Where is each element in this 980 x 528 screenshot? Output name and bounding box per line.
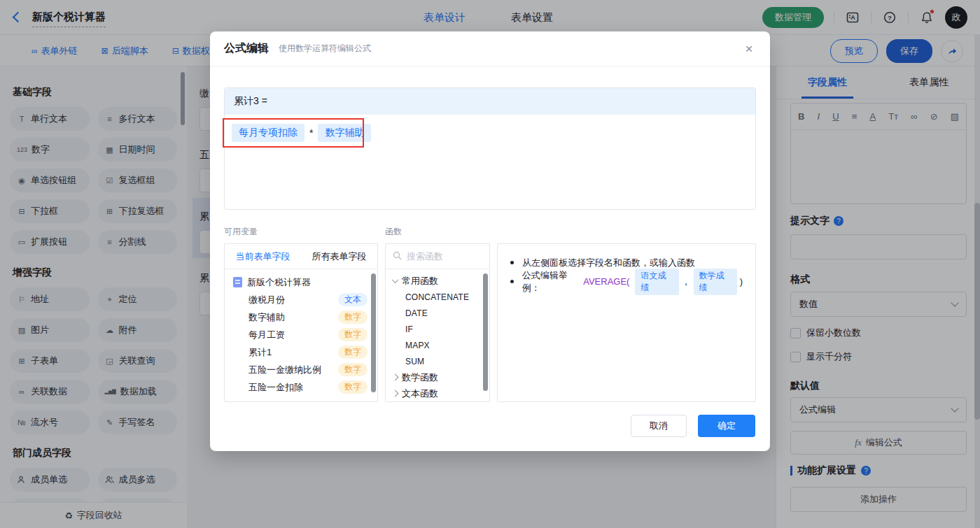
variable-row[interactable]: 每月工资数字 [225,326,377,343]
type-badge: 数字 [338,328,368,341]
app-screen: 新版个税计算器 表单设计 表单设置 数据管理 A ? 政 ∞表单外链 ⊠后端脚本 [0,0,980,528]
type-badge: 数字 [338,363,368,376]
operator: * [309,127,313,138]
cancel-button[interactable]: 取消 [631,415,687,437]
search-icon [393,250,402,263]
function-item[interactable]: SUM [386,353,489,369]
variables-panel: 当前表单字段 所有表单字段 新版个税计算器 缴税月份文本 数字辅助数字 每月工资… [224,243,378,402]
function-search[interactable] [386,244,489,269]
formula-expression[interactable]: 每月专项扣除 * 数字辅助 [225,115,755,151]
tab-all-form-fields[interactable]: 所有表单字段 [301,244,377,269]
formula-editor[interactable]: 累计3 = 每月专项扣除 * 数字辅助 [224,87,756,210]
variables-label: 可用变量 [224,226,258,238]
functions-panel: 常用函数 CONCATENATE DATE IF MAPX SUM 数学函数 文… [385,243,490,402]
caret-down-icon [392,276,399,283]
functions-scrollbar[interactable] [483,273,488,391]
type-badge: 数字 [338,380,368,394]
form-doc-icon [233,277,242,287]
dialog-header: 公式编辑 使用数学运算符编辑公式 [210,31,770,66]
function-item[interactable]: CONCATENATE [386,289,489,305]
formula-target: 累计3 = [225,88,755,115]
functions-label: 函数 [385,226,402,238]
type-badge: 数字 [338,311,368,324]
function-group-text[interactable]: 文本函数 [386,385,489,401]
function-item[interactable]: IF [386,321,489,337]
example-field-chip: 语文成绩 [635,269,678,295]
dialog-subtitle: 使用数学运算符编辑公式 [279,43,371,55]
caret-right-icon [392,390,399,397]
caret-right-icon [392,374,399,381]
variable-row[interactable]: 五险一金扣除数字 [225,378,377,396]
function-group-math[interactable]: 数学函数 [386,369,489,385]
field-chip[interactable]: 每月专项扣除 [232,124,304,142]
variable-row[interactable]: 数字辅助数字 [225,308,377,326]
hint-line-2: 公式编辑举例： AVERAGE( 语文成绩 ， 数学成绩 ) [510,272,743,291]
close-icon[interactable]: × [741,41,757,57]
example-field-chip: 数学成绩 [694,269,737,295]
variable-tree-root[interactable]: 新版个税计算器 [225,273,377,291]
confirm-button[interactable]: 确定 [698,415,755,437]
variable-row[interactable]: 累计1数字 [225,343,377,361]
field-chip[interactable]: 数字辅助 [318,124,371,142]
function-search-input[interactable] [407,251,477,262]
function-item[interactable]: MAPX [386,337,489,353]
hint-panel: 从左侧面板选择字段名和函数，或输入函数 公式编辑举例： AVERAGE( 语文成… [497,243,756,402]
variables-scrollbar[interactable] [371,273,376,392]
type-badge: 文本 [338,293,368,306]
function-group-common[interactable]: 常用函数 [386,273,489,289]
type-badge: 数字 [338,345,368,359]
variable-row[interactable]: 五险一金缴纳比例数字 [225,361,377,378]
dialog-title: 公式编辑 [224,41,269,56]
function-item[interactable]: DATE [386,305,489,321]
variable-row[interactable]: 缴税月份文本 [225,291,377,308]
tab-current-form-fields[interactable]: 当前表单字段 [225,244,301,269]
function-name: AVERAGE( [583,276,629,287]
formula-edit-dialog: 公式编辑 使用数学运算符编辑公式 × 累计3 = 每月专项扣除 * 数字辅助 可… [210,31,770,451]
